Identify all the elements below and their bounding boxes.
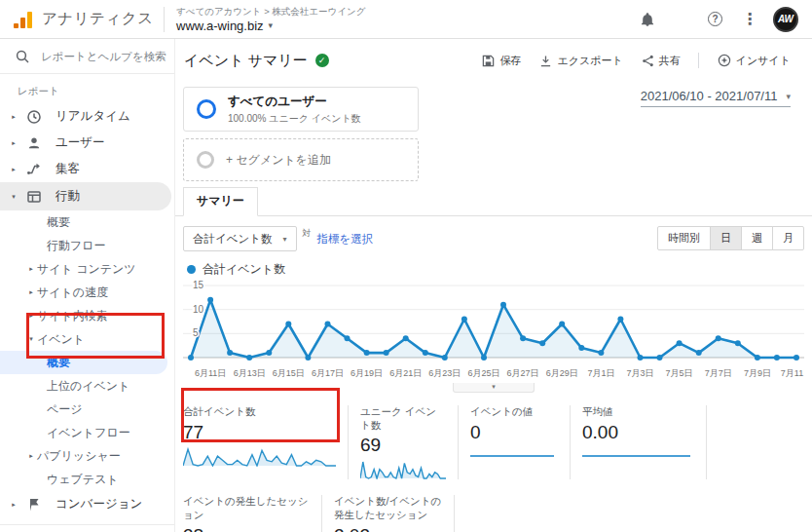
export-label: エクスポート (557, 54, 622, 68)
sidebar-item-events[interactable]: ▾ イベント (0, 327, 174, 351)
scorecard-sessions-with-event[interactable]: イベントの発生したセッション 38 (183, 495, 322, 532)
date-range-value: 2021/06/10 - 2021/07/11 (641, 89, 778, 103)
vs-label: 対 (303, 227, 312, 240)
svg-text:5: 5 (193, 327, 199, 338)
sidebar-item-label: イベント (37, 331, 85, 348)
sidebar-item-publisher[interactable]: ▸ パブリッシャー (0, 444, 174, 468)
save-icon (482, 55, 495, 67)
sidebar-item-events-overview[interactable]: 概要 (0, 351, 167, 374)
tab-summary[interactable]: サマリー (183, 187, 258, 216)
select-metric-link[interactable]: 指標を選択 (317, 232, 374, 247)
svg-text:6月19日: 6月19日 (351, 368, 383, 378)
behavior-icon (26, 189, 43, 205)
share-label: 共有 (659, 54, 681, 68)
add-segment-button[interactable]: + セグメントを追加 (183, 138, 419, 181)
insights-icon (718, 54, 731, 67)
scorecard-event-value[interactable]: イベントの値 0 (459, 405, 571, 479)
page-title: イベント サマリー (184, 52, 308, 70)
add-segment-label: + セグメントを追加 (226, 152, 331, 169)
metric-dropdown[interactable]: 合計イベント数 ▾ (183, 226, 297, 251)
sidebar-item-top-events[interactable]: 上位のイベント (0, 374, 174, 398)
sidebar-item-label: 概要 (47, 214, 70, 231)
chart-collapse-button[interactable]: ▾ (453, 383, 535, 393)
insights-button[interactable]: インサイト (718, 54, 791, 68)
sidebar-item-behavior[interactable]: ▾ 行動 (0, 182, 171, 210)
total-events-chart: 510156月11日6月13日6月15日6月17日6月19日6月21日6月23日… (183, 280, 804, 381)
sidebar-item-label: イベントフロー (47, 425, 130, 441)
sidebar-item-label: サイト内検索 (37, 308, 108, 324)
svg-text:6月17日: 6月17日 (312, 368, 344, 378)
legend-label: 合計イベント数 (203, 261, 285, 278)
more-options-icon[interactable]: ⋮ (742, 12, 757, 27)
segment-all-users[interactable]: すべてのユーザー 100.00% ユニーク イベント数 (183, 87, 419, 132)
scorecard-total-events[interactable]: 合計イベント数 77 (183, 405, 349, 479)
scorecard-label: イベント数/イベントの発生したセッション (334, 495, 442, 521)
sidebar-item-label: サイトの速度 (37, 285, 108, 301)
granularity-hourly-button[interactable]: 時間別 (657, 226, 711, 250)
sidebar-item-label: 概要 (47, 355, 70, 371)
svg-text:15: 15 (193, 280, 204, 290)
granularity-month-button[interactable]: 月 (772, 226, 804, 250)
legend-dot-icon (187, 265, 196, 274)
sidebar-item-pages[interactable]: ページ (0, 398, 174, 421)
granularity-week-button[interactable]: 週 (741, 226, 773, 250)
logo-bar-mid (20, 18, 25, 28)
granularity-day-button[interactable]: 日 (710, 226, 742, 250)
analytics-logo-icon[interactable] (14, 11, 32, 28)
avatar[interactable]: AW (773, 7, 798, 32)
svg-text:6月25日: 6月25日 (467, 368, 499, 378)
scorecard-unique-events[interactable]: ユニーク イベント数 69 (349, 405, 459, 479)
sidebar-item-events-flow[interactable]: イベントフロー (0, 421, 174, 444)
sidebar-item-site-content[interactable]: ▸ サイト コンテンツ (0, 257, 174, 281)
sidebar-item-realtime[interactable]: ▸ リアルタイム (0, 103, 174, 130)
svg-text:7月3日: 7月3日 (626, 368, 653, 378)
sidebar-item-label: パブリッシャー (37, 448, 121, 465)
chevron-down-icon: ▾ (25, 335, 37, 343)
sidebar-item-site-search[interactable]: ▸ サイト内検索 (0, 304, 174, 327)
scorecard-label: 平均値 (582, 405, 694, 419)
scorecard-value: 0 (470, 422, 558, 443)
segment-detail: 100.00% ユニーク イベント数 (228, 112, 361, 126)
chevron-down-icon: ▾ (786, 92, 791, 101)
sidebar: レポート ▸ リアルタイム ▸ ユーザー ▸ 集客 ▾ 行動 概要 行動フロー … (0, 39, 175, 532)
apps-grid-icon[interactable] (675, 13, 688, 26)
sidebar-item-attribution[interactable]: アトリビューション ベータ版 (0, 524, 174, 532)
brand-name: アナリティクス (42, 9, 154, 29)
share-icon (642, 55, 654, 67)
sidebar-item-acquisition[interactable]: ▸ 集客 (0, 156, 174, 182)
save-button[interactable]: 保存 (482, 54, 521, 68)
svg-text:6月15日: 6月15日 (273, 368, 305, 378)
scorecard-avg-value[interactable]: 平均値 0.00 (571, 405, 707, 479)
account-switcher[interactable]: すべてのアカウント > 株式会社エーウイング www.a-wing.biz ▾ (176, 6, 365, 33)
sidebar-item-behavior-flow[interactable]: 行動フロー (0, 234, 174, 257)
scorecard-label: イベントの発生したセッション (183, 495, 310, 521)
svg-text:6月11日: 6月11日 (195, 368, 226, 378)
scorecard-value: 77 (183, 422, 336, 443)
svg-text:6月21日: 6月21日 (389, 368, 422, 378)
sidebar-item-conversions[interactable]: ▸ コンバージョン (0, 491, 174, 517)
segment-ring-icon (197, 151, 214, 169)
sidebar-item-label: サイト コンテンツ (37, 261, 136, 278)
sidebar-item-label: ユーザー (55, 134, 105, 151)
sidebar-item-label: 行動フロー (47, 238, 106, 254)
chevron-right-icon: ▸ (25, 288, 37, 296)
page-header: イベント サマリー ✓ 保存 エクスポート 共有 インサイト (175, 39, 812, 82)
share-button[interactable]: 共有 (642, 54, 681, 68)
scorecard-events-per-session[interactable]: イベント数/イベントの発生したセッション 2.03 (322, 495, 455, 532)
sidebar-item-audience[interactable]: ▸ ユーザー (0, 130, 174, 156)
sidebar-item-experiments[interactable]: ウェブテスト (0, 468, 174, 491)
app-header: アナリティクス すべてのアカウント > 株式会社エーウイング www.a-win… (0, 0, 812, 39)
search-input[interactable] (41, 51, 167, 62)
notifications-bell-icon[interactable] (640, 12, 655, 27)
sparkline-chart (470, 445, 558, 467)
export-button[interactable]: エクスポート (539, 54, 622, 68)
help-icon[interactable]: ? (708, 12, 722, 26)
date-range-picker[interactable]: 2021/06/10 - 2021/07/11 ▾ (641, 89, 791, 107)
scorecard-value: 0.00 (582, 422, 694, 443)
sidebar-item-behavior-overview[interactable]: 概要 (0, 210, 174, 234)
svg-text:6月27日: 6月27日 (507, 368, 539, 378)
svg-text:7月11日: 7月11日 (781, 368, 804, 378)
sidebar-item-site-speed[interactable]: ▸ サイトの速度 (0, 281, 174, 304)
scorecard-value: 38 (183, 525, 310, 532)
breadcrumb: すべてのアカウント > 株式会社エーウイング (176, 6, 365, 19)
